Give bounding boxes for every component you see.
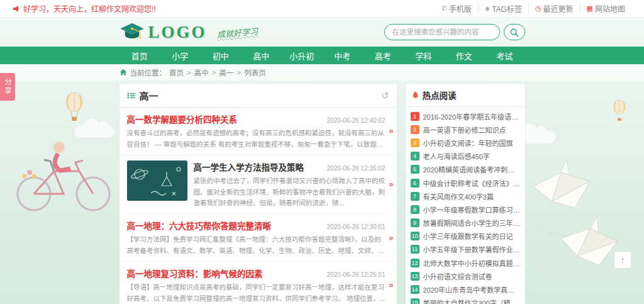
breadcrumb-home[interactable]: 首页: [169, 67, 184, 77]
hot-item[interactable]: 2020年山东青岛中考数学真题（已公布）: [411, 283, 520, 296]
search-icon: [509, 28, 519, 37]
hot-item[interactable]: 2016-2020年春学期五年级语文下册期末模拟: [411, 110, 520, 123]
hot-reading-header: 热点阅读: [406, 84, 525, 107]
cloud-shape: [74, 126, 114, 137]
article-date: 2020-06-26 12:40:02: [327, 117, 386, 124]
back-to-top-button[interactable]: ↑: [614, 251, 631, 269]
hot-item[interactable]: 中级会计职称考试《经济法》检测题: [411, 176, 520, 189]
breadcrumb-gaoyi[interactable]: 高一: [219, 67, 233, 77]
nav-item-gaokao[interactable]: 高考: [363, 47, 404, 64]
breadcrumb-prefix: 当前位置：: [130, 67, 167, 77]
nav-item-xiaoshengchu[interactable]: 小升初: [282, 47, 323, 64]
more-arrow-icon[interactable]: »: [389, 281, 394, 290]
article-list-card: 高一 ↺ 高一数学解题要分析四种关系 2020-06-26 12:40:02 没…: [119, 84, 397, 304]
breadcrumb-senior[interactable]: 高中: [194, 67, 209, 77]
graduation-cap-icon: [119, 22, 145, 42]
site-logo[interactable]: LOGO 成就好学习: [119, 22, 258, 42]
rank-badge: [411, 272, 419, 281]
rank-badge: [411, 232, 419, 240]
sitemap-link[interactable]: ▦ 网站地图: [580, 3, 631, 14]
hot-item[interactable]: 放暑假期间适合小学生的三年级英语作文范文: [411, 217, 520, 230]
article-date: 2020-06-26 12:25:01: [327, 271, 386, 278]
nav-item-primary[interactable]: 小学: [160, 47, 201, 64]
search-button[interactable]: [504, 24, 525, 40]
rank-badge: [411, 125, 419, 134]
article-item[interactable]: 高一学生入学方法指导及策略 2020-06-26 12:35:02 紧张的中考过…: [119, 155, 397, 215]
rank-badge: [411, 205, 419, 214]
article-item[interactable]: 高一数学解题要分析四种关系 2020-06-26 12:40:02 没有奋斗过的…: [119, 108, 397, 155]
nav-item-subjects[interactable]: 学科: [403, 47, 444, 64]
hot-item[interactable]: 小学一年级寒假数学口算练习题三篇: [411, 203, 520, 216]
article-summary: 紧张的中考过去了，同学们怀着激动又兴奋的心情跨入了高中的校园。面对全新的生活环境…: [194, 176, 386, 210]
logo-text: LOGO: [148, 23, 207, 42]
hot-item[interactable]: 有关风雨作文400字3篇: [411, 189, 520, 203]
hot-item[interactable]: 老人与海读后感450字: [411, 150, 520, 163]
rank-badge: [411, 285, 419, 294]
hot-item[interactable]: 美丽的大自然作文300字（精选3篇）: [411, 296, 520, 304]
search-bar: [384, 24, 525, 40]
rank-badge: [411, 298, 419, 304]
nav-item-junior[interactable]: 初中: [201, 47, 242, 64]
hot-item[interactable]: 北师大数学中小升初模拟真题汇编: [411, 256, 520, 269]
recent-updates-link[interactable]: ◷ 最近更新: [528, 3, 580, 14]
hot-reading-list: 2016-2020年春学期五年级语文下册期末模拟 高一英语下册必修二知识点 小升…: [406, 107, 525, 304]
rank-badge: [411, 245, 419, 254]
phone-icon: ✆: [441, 4, 447, 13]
hot-air-balloon-icon: [63, 92, 86, 128]
article-summary: 【导语】高一地理知识点是高考的基础，同学们一定要复习好高一地理，这样才能在复习好…: [127, 282, 386, 304]
hot-item[interactable]: 小学三年级跟数学有关的日记: [411, 230, 520, 243]
site-header: LOGO 成就好学习: [119, 18, 525, 47]
breadcrumb: 当前位置： 首页 > 高中 > 高一 > 列表页: [119, 67, 525, 77]
more-arrow-icon[interactable]: »: [389, 180, 394, 189]
more-arrow-icon[interactable]: »: [389, 234, 394, 242]
article-title-link[interactable]: 高一地理：六大技巧帮你答题完整清晰: [127, 219, 272, 232]
nav-item-zhongkao[interactable]: 中考: [322, 47, 363, 64]
tag-link[interactable]: ◈ TAG标签: [478, 3, 528, 14]
rank-badge: [411, 179, 419, 188]
article-summary: 【学习方法网】免费学习网汇集整理《高一地理：六大技巧帮你答题完整清晰》，以及的高…: [127, 234, 386, 257]
breadcrumb-bar: 当前位置： 首页 > 高中 > 高一 > 列表页: [0, 64, 644, 81]
more-arrow-icon[interactable]: »: [389, 127, 394, 135]
article-item[interactable]: 高一地理复习资料：影响气候的因素 2020-06-26 12:25:01 【导语…: [119, 262, 397, 304]
sitemap-icon: ▦: [587, 4, 593, 13]
topbar: 好学习，天天向上，红柳作文网欢迎您!! ✆ 手机版 ◈ TAG标签 ◷ 最近更新…: [0, 0, 644, 18]
nav-item-zuowen[interactable]: 作文: [444, 47, 485, 64]
list-header: 高一 ↺: [119, 84, 397, 108]
rank-badge: [411, 165, 419, 174]
mobile-version-link[interactable]: ✆ 手机版: [435, 3, 477, 14]
sidebar: 热点阅读 2016-2020年春学期五年级语文下册期末模拟 高一英语下册必修二知…: [406, 84, 525, 304]
article-title-link[interactable]: 高一数学解题要分析四种关系: [127, 113, 238, 125]
announcement-icon: [13, 6, 20, 12]
article-date: 2020-06-26 12:30:01: [327, 223, 386, 230]
hot-item[interactable]: 小学五年级下册数学暑假作业答案【20-61: [411, 243, 520, 256]
refresh-icon[interactable]: ↺: [381, 91, 389, 100]
article-title-link[interactable]: 高一学生入学方法指导及策略: [194, 160, 304, 173]
page-title: 高一: [140, 89, 381, 102]
article-thumbnail[interactable]: [127, 160, 187, 201]
search-input[interactable]: [384, 24, 500, 40]
nav-item-senior[interactable]: 高中: [241, 47, 282, 64]
tag-icon: ◈: [485, 4, 490, 13]
list-icon: [127, 92, 136, 99]
breadcrumb-current: 列表页: [244, 67, 266, 77]
rank-badge: [411, 259, 419, 267]
logo-slogan: 成就好学习: [216, 25, 258, 40]
home-icon: [119, 69, 127, 76]
article-date: 2020-06-26 12:35:02: [327, 165, 386, 172]
article-summary: 没有奋斗过的高考，必然是有遗憾的高考；没有高三的危机感和紧迫感，就没有高三的从容…: [127, 128, 386, 150]
paper-cranes-illustration: [522, 150, 629, 272]
rank-badge: [411, 218, 419, 227]
article-item[interactable]: 高一地理：六大技巧帮你答题完整清晰 2020-06-26 12:30:01 【学…: [119, 214, 397, 262]
flame-icon: [412, 91, 419, 99]
share-button[interactable]: 分享: [0, 73, 15, 101]
hot-item[interactable]: 小升初语文阅读：年轻的国旗: [411, 136, 520, 149]
main-nav: 首页 小学 初中 高中 小升初 中考 高考 学科 作文 考试: [0, 47, 644, 64]
hot-item[interactable]: 小升初语文综合测试卷: [411, 269, 520, 283]
nav-item-home[interactable]: 首页: [119, 47, 160, 64]
nav-item-exams[interactable]: 考试: [484, 47, 525, 64]
hot-item[interactable]: 2020精编英语阅读备考冲刺试题附答案: [411, 163, 520, 176]
hot-air-balloon-icon: [611, 99, 628, 127]
article-title-link[interactable]: 高一地理复习资料：影响气候的因素: [127, 267, 263, 279]
hot-item[interactable]: 高一英语下册必修二知识点: [411, 123, 520, 136]
rank-badge: [411, 192, 419, 201]
